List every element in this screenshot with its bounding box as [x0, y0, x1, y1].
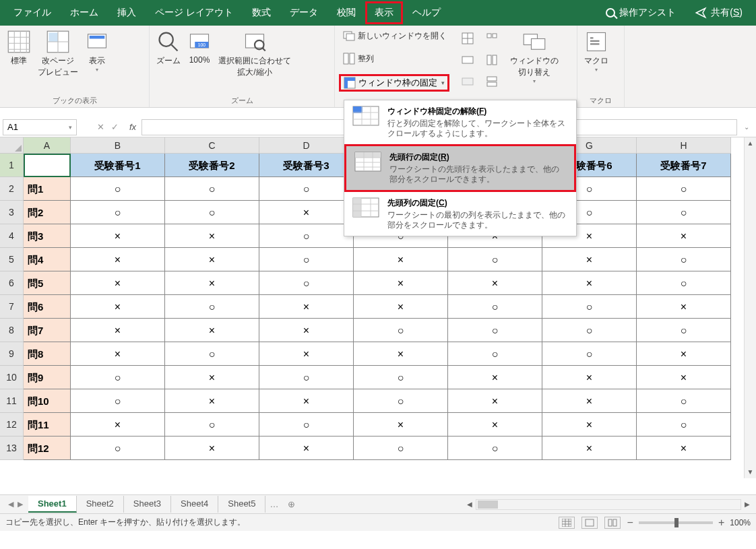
- cell[interactable]: ×: [542, 366, 637, 389]
- cell[interactable]: ×: [71, 295, 165, 319]
- cell[interactable]: ×: [165, 248, 259, 271]
- view-pagebreak-button[interactable]: 改ページ プレビュー: [35, 28, 81, 89]
- cell[interactable]: ○: [448, 319, 542, 342]
- window-opt2[interactable]: [482, 53, 502, 67]
- row-header[interactable]: 6: [0, 271, 24, 295]
- freeze-first-col-option[interactable]: 先頭列の固定(C) ワークシートの最初の列を表示したままで、他の部分をスクロール…: [344, 192, 576, 236]
- vertical-scrollbar[interactable]: ▲ ▼: [744, 137, 756, 478]
- cell[interactable]: ○: [165, 295, 259, 319]
- cell[interactable]: ×: [259, 342, 354, 366]
- cell[interactable]: ×: [71, 224, 165, 248]
- cell-rowlabel[interactable]: 問9: [24, 366, 71, 389]
- cell[interactable]: ×: [71, 413, 165, 437]
- cell[interactable]: ○: [71, 366, 165, 389]
- cell[interactable]: ○: [259, 413, 354, 437]
- cell[interactable]: ×: [542, 271, 637, 295]
- cell[interactable]: ×: [542, 248, 637, 271]
- cell[interactable]: ×: [165, 389, 259, 413]
- cell[interactable]: ○: [637, 177, 731, 201]
- horizontal-scrollbar[interactable]: ◀ ▶: [464, 499, 753, 510]
- window-opt3[interactable]: [482, 74, 502, 89]
- sheet-nav-prev[interactable]: ◀: [8, 500, 13, 509]
- cell[interactable]: ○: [259, 224, 354, 248]
- zoom-button[interactable]: ズーム: [154, 28, 183, 89]
- cell[interactable]: ×: [637, 224, 731, 248]
- menu-formulas[interactable]: 数式: [243, 1, 280, 24]
- cell[interactable]: ×: [637, 366, 731, 389]
- col-header-D[interactable]: D: [259, 137, 354, 154]
- cell-rowlabel[interactable]: 問11: [24, 413, 71, 437]
- arrange-button[interactable]: 整列: [339, 51, 378, 66]
- name-box[interactable]: A1 ▾: [3, 119, 77, 135]
- cell[interactable]: ○: [542, 295, 637, 319]
- row-header-1[interactable]: 1: [0, 154, 24, 177]
- cell[interactable]: ○: [637, 201, 731, 224]
- row-header[interactable]: 3: [0, 201, 24, 224]
- switch-windows-button[interactable]: ウィンドウの 切り替え ▾: [507, 28, 561, 92]
- sheet-tab[interactable]: Sheet1: [28, 496, 77, 513]
- menu-home[interactable]: ホーム: [61, 1, 108, 24]
- cell[interactable]: ○: [354, 437, 448, 460]
- cell[interactable]: ×: [354, 295, 448, 319]
- more-sheets[interactable]: …: [265, 499, 282, 509]
- menu-file[interactable]: ファイル: [4, 1, 61, 24]
- cell[interactable]: ○: [259, 271, 354, 295]
- col-header-H[interactable]: H: [637, 137, 731, 154]
- cell-rowlabel[interactable]: 問2: [24, 201, 71, 224]
- col-header-A[interactable]: A: [24, 137, 71, 154]
- cell[interactable]: ○: [354, 319, 448, 342]
- cell[interactable]: ×: [165, 224, 259, 248]
- cell[interactable]: ○: [637, 389, 731, 413]
- cell[interactable]: ×: [259, 319, 354, 342]
- view-pagebreak-statusbar[interactable]: [604, 517, 621, 529]
- cell[interactable]: ×: [448, 366, 542, 389]
- fx-icon[interactable]: fx: [127, 122, 139, 132]
- cell[interactable]: ○: [71, 437, 165, 460]
- cell[interactable]: ×: [259, 389, 354, 413]
- zoom-in[interactable]: +: [718, 517, 724, 529]
- zoom-out[interactable]: −: [627, 517, 633, 529]
- cell[interactable]: ○: [71, 389, 165, 413]
- row-header[interactable]: 2: [0, 177, 24, 201]
- col-header-B[interactable]: B: [71, 137, 165, 154]
- row-header[interactable]: 4: [0, 224, 24, 248]
- row-header[interactable]: 12: [0, 413, 24, 437]
- scroll-down-arrow[interactable]: ▼: [745, 466, 756, 478]
- cell-header[interactable]: [24, 154, 71, 177]
- sheet-tab[interactable]: Sheet4: [171, 496, 218, 513]
- cell[interactable]: ×: [259, 201, 354, 224]
- cell-header[interactable]: 受験番号1: [71, 154, 165, 177]
- cell[interactable]: ×: [542, 437, 637, 460]
- window-opt1[interactable]: [482, 31, 502, 46]
- cell[interactable]: ×: [71, 319, 165, 342]
- cell[interactable]: ○: [448, 295, 542, 319]
- cell[interactable]: ○: [637, 413, 731, 437]
- zoom-selection-button[interactable]: 選択範囲に合わせて 拡大/縮小: [216, 28, 294, 89]
- row-header[interactable]: 5: [0, 248, 24, 271]
- cell[interactable]: ○: [637, 248, 731, 271]
- cell[interactable]: ×: [637, 437, 731, 460]
- cell[interactable]: ×: [448, 413, 542, 437]
- cell[interactable]: ○: [448, 342, 542, 366]
- row-header[interactable]: 8: [0, 319, 24, 342]
- freeze-top-row-option[interactable]: 先頭行の固定(R) ワークシートの先頭行を表示したままで、他の部分をスクロールで…: [344, 144, 576, 192]
- cell[interactable]: ○: [542, 342, 637, 366]
- row-header[interactable]: 13: [0, 437, 24, 460]
- add-sheet-button[interactable]: ⊕: [282, 499, 301, 509]
- cell[interactable]: ×: [637, 342, 731, 366]
- select-all-corner[interactable]: [0, 137, 24, 154]
- row-header[interactable]: 9: [0, 342, 24, 366]
- cell[interactable]: ×: [354, 413, 448, 437]
- cell-rowlabel[interactable]: 問5: [24, 271, 71, 295]
- cell[interactable]: ○: [354, 366, 448, 389]
- cell-header[interactable]: 受験番号3: [259, 154, 354, 177]
- menu-data[interactable]: データ: [280, 1, 327, 24]
- cell[interactable]: ○: [448, 248, 542, 271]
- zoom-100-button[interactable]: 100 100%: [185, 28, 214, 89]
- cell[interactable]: ○: [165, 201, 259, 224]
- sheet-nav-next[interactable]: ▶: [18, 500, 23, 509]
- share-button[interactable]: 共有(S): [685, 7, 752, 19]
- cell[interactable]: ○: [259, 177, 354, 201]
- cell-rowlabel[interactable]: 問7: [24, 319, 71, 342]
- macros-button[interactable]: マクロ ▾: [581, 28, 611, 89]
